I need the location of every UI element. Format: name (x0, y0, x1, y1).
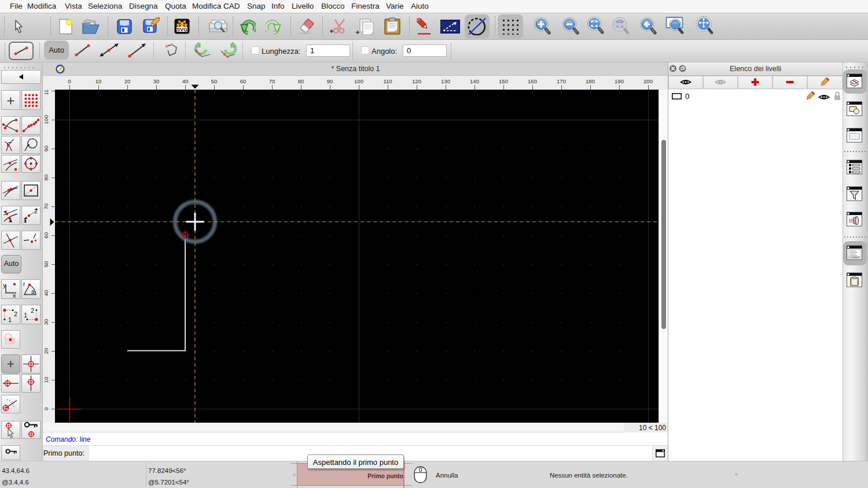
svg-text:1: 1 (24, 312, 27, 319)
svg-text:2: 2 (14, 310, 17, 317)
svg-text:y: y (3, 282, 6, 289)
svg-text:c command: c command (850, 256, 859, 258)
svg-text:a: a (31, 289, 35, 295)
svg-text:r: r (23, 281, 25, 287)
svg-text:1: 1 (8, 316, 12, 323)
svg-text:2: 2 (31, 307, 34, 314)
svg-text:x: x (13, 292, 16, 299)
svg-text:SVG: SVG (176, 27, 187, 32)
